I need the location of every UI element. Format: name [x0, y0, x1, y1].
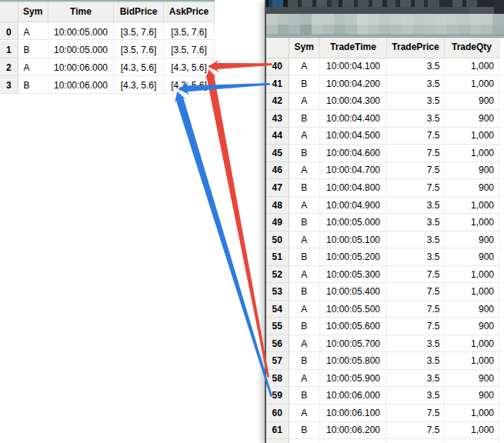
trades-cell-price[interactable]: 3.5	[387, 58, 445, 76]
trades-row-number[interactable]: 47	[266, 179, 289, 197]
trades-cell-sym[interactable]: B	[289, 318, 321, 335]
trades-row-46[interactable]: 46A10:00:04.7007.5900	[266, 162, 499, 180]
trades-cell-qty[interactable]: 1,000	[445, 75, 499, 93]
trades-cell-price[interactable]: 7.5	[387, 162, 445, 180]
trades-cell-qty[interactable]: 1,000	[445, 58, 499, 76]
quotes-row-number[interactable]: 2	[0, 58, 18, 76]
trades-row-number[interactable]: 41	[266, 75, 289, 93]
quotes-cell-time[interactable]: 10:00:05.000	[48, 41, 114, 58]
trades-row-48[interactable]: 48A10:00:04.9003.51,000	[266, 197, 499, 215]
trades-cell-price[interactable]: 7.5	[387, 179, 445, 197]
trades-cell-time[interactable]: 10:00:05.300	[320, 266, 387, 284]
trades-row-61[interactable]: 61B10:00:06.2007.51,000	[266, 422, 499, 440]
trades-cell-time[interactable]: 10:00:05.000	[320, 214, 387, 231]
trades-cell-price[interactable]: 7.5	[387, 266, 445, 284]
trades-cell-time[interactable]: 10:00:04.300	[320, 93, 387, 111]
trades-row-number[interactable]: 52	[266, 266, 289, 284]
trades-row-number[interactable]: 49	[266, 214, 289, 231]
quotes-cell-time[interactable]: 10:00:06.000	[48, 58, 114, 76]
trades-cell-sym[interactable]: B	[289, 283, 321, 301]
trades-cell-qty[interactable]: 1,000	[445, 145, 499, 162]
trades-cell-price[interactable]: 7.5	[387, 301, 445, 318]
trades-cell-price[interactable]: 7.5	[387, 405, 445, 422]
trades-column-header-sym[interactable]: Sym	[289, 38, 321, 58]
trades-row-number[interactable]: 61	[266, 422, 289, 440]
trades-cell-qty[interactable]: 1,000	[445, 214, 499, 231]
trades-cell-sym[interactable]: A	[289, 335, 321, 353]
trades-cell-qty[interactable]: 1,000	[445, 352, 499, 370]
trades-cell-sym[interactable]: A	[289, 162, 321, 180]
trades-cell-sym[interactable]: B	[289, 352, 321, 370]
trades-cell-price[interactable]: 3.5	[387, 370, 445, 388]
quotes-cell-bid[interactable]: [4.3, 5.6]	[114, 76, 164, 94]
trades-cell-price[interactable]: 3.5	[387, 387, 445, 405]
quotes-column-header-time[interactable]: Time	[48, 2, 114, 22]
trades-row-number[interactable]: 59	[266, 387, 289, 405]
window-toolbar-censored[interactable]	[266, 14, 504, 35]
trades-cell-sym[interactable]: B	[289, 248, 321, 266]
trades-column-header-tradetime[interactable]: TradeTime	[320, 38, 387, 58]
trades-cell-qty[interactable]: 900	[445, 93, 499, 111]
trades-cell-time[interactable]: 10:00:06.000	[320, 387, 387, 405]
trades-cell-time[interactable]: 10:00:05.100	[320, 231, 387, 249]
trades-cell-time[interactable]: 10:00:05.700	[320, 335, 387, 353]
trades-row-number[interactable]: 53	[266, 283, 289, 301]
trades-cell-time[interactable]: 10:00:05.400	[320, 283, 387, 301]
quotes-row-number[interactable]: 3	[0, 76, 18, 94]
trades-cell-time[interactable]: 10:00:04.200	[320, 75, 387, 93]
trades-cell-qty[interactable]: 900	[445, 370, 499, 388]
trades-row-number[interactable]: 56	[266, 335, 289, 353]
trades-row-number[interactable]: 58	[266, 370, 289, 388]
trades-row-47[interactable]: 47B10:00:04.8007.5900	[266, 179, 499, 197]
trades-row-52[interactable]: 52A10:00:05.3007.51,000	[266, 266, 499, 284]
trades-row-number[interactable]: 60	[266, 405, 289, 422]
trades-cell-sym[interactable]: B	[289, 110, 321, 128]
quotes-cell-ask[interactable]: [3.5, 7.6]	[164, 41, 215, 58]
trades-cell-sym[interactable]: B	[289, 75, 321, 93]
trades-row-number[interactable]: 40	[266, 58, 289, 76]
trades-row-43[interactable]: 43B10:00:04.4003.5900	[266, 110, 499, 128]
trades-cell-qty[interactable]: 1,000	[445, 335, 499, 353]
trades-cell-price[interactable]: 3.5	[387, 197, 445, 215]
quotes-cell-sym[interactable]: B	[18, 41, 49, 58]
trades-cell-price[interactable]: 3.5	[387, 335, 445, 353]
quotes-cell-sym[interactable]: A	[18, 58, 49, 76]
trades-cell-qty[interactable]: 900	[445, 301, 499, 318]
trades-cell-time[interactable]: 10:00:06.100	[320, 405, 387, 422]
quotes-row-0[interactable]: 0A10:00:05.000[3.5, 7.6][3.5, 7.6]	[0, 22, 215, 40]
quotes-cell-ask[interactable]: [4.3, 5.6]	[164, 76, 215, 94]
trades-cell-sym[interactable]: A	[289, 128, 321, 145]
quotes-cell-ask[interactable]: [3.5, 7.6]	[164, 22, 215, 40]
quotes-cell-sym[interactable]: A	[18, 22, 49, 40]
trades-cell-price[interactable]: 3.5	[387, 352, 445, 370]
trades-cell-sym[interactable]: A	[289, 93, 321, 111]
trades-cell-qty[interactable]: 900	[445, 110, 499, 128]
trades-row-54[interactable]: 54A10:00:05.5007.5900	[266, 301, 499, 318]
quotes-row-3[interactable]: 3B10:00:06.000[4.3, 5.6][4.3, 5.6]	[0, 76, 215, 94]
quotes-cell-sym[interactable]: B	[18, 76, 49, 94]
trades-cell-sym[interactable]: B	[289, 214, 321, 231]
trades-cell-time[interactable]: 10:00:04.100	[320, 58, 387, 76]
trades-cell-time[interactable]: 10:00:05.200	[320, 248, 387, 266]
trades-cell-time[interactable]: 10:00:05.600	[320, 318, 387, 335]
quotes-row-1[interactable]: 1B10:00:05.000[3.5, 7.6][3.5, 7.6]	[0, 41, 215, 58]
trades-column-header-tradeqty[interactable]: TradeQty	[445, 38, 499, 58]
trades-cell-price[interactable]: 3.5	[387, 110, 445, 128]
trades-cell-qty[interactable]: 900	[445, 162, 499, 180]
trades-row-59[interactable]: 59B10:00:06.0003.5900	[266, 387, 499, 405]
trades-row-41[interactable]: 41B10:00:04.2003.51,000	[266, 75, 499, 93]
trades-cell-price[interactable]: 7.5	[387, 145, 445, 162]
trades-row-40[interactable]: 40A10:00:04.1003.51,000	[266, 58, 499, 76]
trades-cell-sym[interactable]: A	[289, 370, 321, 388]
quotes-cell-ask[interactable]: [4.3, 5.6]	[164, 58, 215, 76]
trades-cell-sym[interactable]: A	[289, 266, 321, 284]
trades-cell-qty[interactable]: 900	[445, 387, 499, 405]
quotes-cell-bid[interactable]: [3.5, 7.6]	[114, 41, 164, 58]
trades-cell-qty[interactable]: 1,000	[445, 422, 499, 440]
trades-row-number[interactable]: 57	[266, 352, 289, 370]
trades-cell-qty[interactable]: 1,000	[445, 405, 499, 422]
trades-cell-price[interactable]: 3.5	[387, 231, 445, 249]
trades-row-number[interactable]: 54	[266, 301, 289, 318]
quotes-column-header-bidprice[interactable]: BidPrice	[114, 2, 164, 22]
trades-cell-sym[interactable]: A	[289, 231, 321, 249]
